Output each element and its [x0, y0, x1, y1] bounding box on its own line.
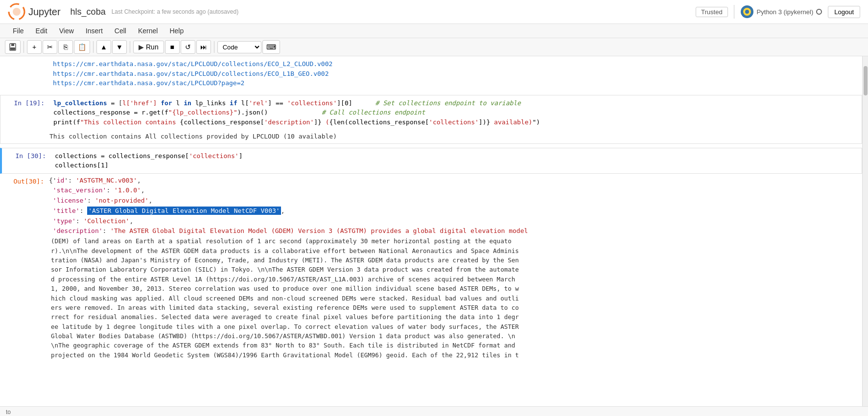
- separator-3: [130, 41, 130, 53]
- cell-19-output-prompt: [0, 130, 49, 143]
- jupyter-text: Jupyter: [28, 6, 61, 18]
- cell-30-line1: collections = collections_response['coll…: [55, 151, 858, 161]
- save-button[interactable]: [5, 40, 21, 54]
- cell-30-prompt: In [30]:: [2, 148, 51, 173]
- menubar: File Edit View Insert Cell Kernel Help: [0, 24, 868, 38]
- kernel-name: Python 3 (ipykernel): [757, 8, 814, 16]
- toolbar: + ✂ ⎘ 📋 ▲ ▼ ▶ Run ■ ↺ ⏭ Code Markdown Ra…: [0, 38, 868, 56]
- cut-button[interactable]: ✂: [43, 40, 57, 54]
- fast-forward-button[interactable]: ⏭: [196, 40, 211, 54]
- out-dict-desc-text: (DEM) of land areas on Earth at a spatia…: [49, 236, 862, 360]
- notebook-area: https://cmr.earthdata.nasa.gov/stac/LPCL…: [0, 56, 868, 406]
- menu-help[interactable]: Help: [164, 25, 188, 37]
- url-link-1[interactable]: https://cmr.earthdata.nasa.gov/stac/LPCL…: [53, 59, 858, 69]
- move-up-button[interactable]: ▲: [96, 40, 111, 54]
- cell-19-line3: print(f"This collection contains {collec…: [53, 117, 858, 127]
- svg-point-4: [745, 10, 749, 14]
- menu-edit[interactable]: Edit: [31, 25, 52, 37]
- cell-19-line2: collections_response = r.get(f"{lp_colle…: [53, 108, 858, 117]
- add-cell-button[interactable]: +: [27, 40, 42, 54]
- paste-button[interactable]: 📋: [74, 40, 90, 54]
- cell-type-select[interactable]: Code Markdown Raw NBConvert Heading: [217, 41, 261, 53]
- out-dict-desc-label: 'description': 'The ASTER Global Digital…: [49, 226, 862, 236]
- keyboard-shortcuts-button[interactable]: ⌨: [262, 40, 280, 54]
- notebook[interactable]: https://cmr.earthdata.nasa.gov/stac/LPCL…: [0, 56, 862, 406]
- url-link-3[interactable]: https://cmr.earthdata.nasa.gov/stac/LPCL…: [53, 78, 858, 88]
- logout-button[interactable]: Logout: [828, 6, 860, 18]
- out-30-row: Out[30]: {'id': 'ASTGTM_NC.v003', 'stac_…: [0, 174, 862, 362]
- header-right: Trusted Python 3 (ipykernel) Logout: [696, 5, 860, 19]
- url-output-row: https://cmr.earthdata.nasa.gov/stac/LPCL…: [0, 56, 862, 91]
- url-link-2[interactable]: https://cmr.earthdata.nasa.gov/stac/LPCL…: [53, 69, 858, 79]
- run-button[interactable]: ▶ Run: [133, 41, 164, 53]
- svg-rect-6: [11, 44, 14, 46]
- bottom-text: to: [6, 409, 11, 416]
- out-30-prompt: Out[30]:: [0, 174, 49, 362]
- separator-4: [214, 41, 214, 53]
- jupyter-icon: [8, 3, 25, 21]
- menu-view[interactable]: View: [54, 25, 79, 37]
- menu-file[interactable]: File: [8, 25, 29, 37]
- notebook-name[interactable]: hls_coba: [70, 7, 106, 17]
- kernel-info: Python 3 (ipykernel): [734, 5, 822, 19]
- out-30-content: {'id': 'ASTGTM_NC.v003', 'stac_version':…: [49, 174, 862, 362]
- scrollbar-thumb[interactable]: [864, 66, 868, 95]
- svg-rect-7: [10, 47, 15, 50]
- move-down-button[interactable]: ▼: [112, 40, 127, 54]
- out-dict-stac: 'stac_version': '1.0.0',: [49, 185, 862, 196]
- copy-button[interactable]: ⎘: [58, 40, 73, 54]
- cell-30: In [30]: collections = collections_respo…: [0, 148, 862, 174]
- restart-button[interactable]: ↺: [181, 40, 195, 54]
- cell-30-input-row: In [30]: collections = collections_respo…: [2, 148, 862, 173]
- python-logo: [740, 5, 754, 19]
- run-icon: ▶: [139, 43, 144, 51]
- cell-30-code[interactable]: collections = collections_response['coll…: [51, 148, 862, 173]
- scrollbar[interactable]: [862, 56, 868, 406]
- separator-2: [93, 41, 94, 53]
- run-label: Run: [146, 43, 159, 51]
- out-dict-open: {'id': 'ASTGTM_NC.v003',: [49, 176, 862, 186]
- stop-button[interactable]: ■: [165, 40, 180, 54]
- checkpoint-info: Last Checkpoint: a few seconds ago (auto…: [112, 8, 239, 15]
- header: Jupyter hls_coba Last Checkpoint: a few …: [0, 0, 868, 24]
- separator-1: [23, 41, 24, 53]
- cell-19-output-text: This collection contains All collections…: [49, 130, 862, 143]
- svg-point-1: [13, 8, 21, 16]
- out-dict-title: 'title': 'ASTER Global Digital Elevation…: [49, 206, 862, 216]
- bottom-bar: to: [0, 406, 868, 416]
- title-highlight: 'ASTER Global Digital Elevation Model Ne…: [87, 207, 281, 215]
- out-dict-license: 'license': 'not-provided',: [49, 196, 862, 206]
- cell-19-input-row: In [19]: lp_collections = [l['href'] for…: [0, 95, 862, 130]
- cell-19: In [19]: lp_collections = [l['href'] for…: [0, 95, 862, 144]
- cell-19-prompt: In [19]:: [0, 95, 49, 130]
- cell-19-line1: lp_collections = [l['href'] for l in lp_…: [53, 98, 858, 108]
- kernel-status-icon: [816, 9, 822, 15]
- jupyter-logo: Jupyter: [8, 3, 61, 21]
- trusted-badge: Trusted: [696, 7, 728, 17]
- cell-19-output-row: This collection contains All collections…: [0, 130, 862, 143]
- notebook-wrap: https://cmr.earthdata.nasa.gov/stac/LPCL…: [0, 56, 862, 406]
- cell-30-line2: collections[1]: [55, 161, 858, 170]
- menu-cell[interactable]: Cell: [110, 25, 131, 37]
- url-output-content: https://cmr.earthdata.nasa.gov/stac/LPCL…: [49, 56, 862, 91]
- empty-prompt-links: [0, 56, 49, 91]
- menu-insert[interactable]: Insert: [81, 25, 108, 37]
- cell-19-code[interactable]: lp_collections = [l['href'] for l in lp_…: [49, 95, 862, 130]
- menu-kernel[interactable]: Kernel: [133, 25, 163, 37]
- out-dict-type: 'type': 'Collection',: [49, 216, 862, 227]
